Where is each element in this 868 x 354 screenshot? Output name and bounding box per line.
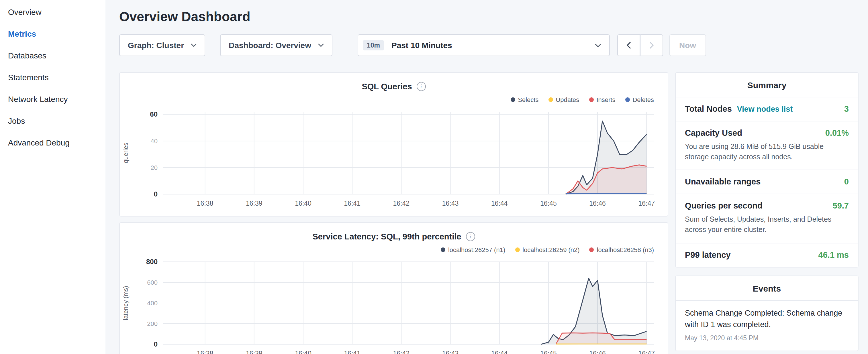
now-button[interactable]: Now [670, 34, 706, 56]
sidebar-item-overview[interactable]: Overview [0, 1, 105, 23]
summary-value: 0 [844, 177, 849, 187]
info-icon[interactable] [466, 232, 475, 241]
svg-text:0: 0 [154, 190, 158, 198]
svg-text:16:38: 16:38 [197, 350, 214, 354]
summary-description: Sum of Selects, Updates, Inserts, and De… [685, 215, 849, 235]
legend-item-localhost-26258-n3: localhost:26258 (n3) [589, 246, 654, 253]
summary-panel: Summary Total NodesView nodes list3Capac… [675, 72, 859, 267]
svg-text:queries: queries [122, 142, 129, 163]
graph-dropdown[interactable]: Graph: Cluster [119, 34, 205, 56]
dashboard-dropdown-label: Dashboard: Overview [229, 41, 311, 50]
side-column: Summary Total NodesView nodes list3Capac… [675, 72, 859, 351]
summary-row-unavailable-ranges: Unavailable ranges0 [676, 170, 858, 194]
events-title: Events [676, 276, 858, 300]
chart-title-row: Service Latency: SQL, 99th percentile [120, 230, 668, 244]
svg-text:200: 200 [147, 320, 158, 327]
time-range-badge: 10m [363, 40, 384, 51]
legend-item-inserts: Inserts [589, 96, 615, 103]
legend-dot-icon [589, 248, 594, 252]
app-root: OverviewMetricsDatabasesStatementsNetwor… [0, 0, 868, 354]
time-range-label: Past 10 Minutes [392, 41, 452, 50]
svg-text:16:45: 16:45 [540, 350, 557, 354]
svg-text:16:46: 16:46 [589, 350, 606, 354]
svg-text:16:47: 16:47 [639, 350, 655, 354]
charts-column: SQL Queries SelectsUpdatesInsertsDeletes… [119, 72, 668, 354]
sql-queries-chart-card: SQL Queries SelectsUpdatesInsertsDeletes… [119, 72, 668, 217]
legend-item-updates: Updates [548, 96, 579, 103]
events-panel: Events Schema Change Completed: Schema c… [675, 275, 859, 351]
svg-text:800: 800 [146, 258, 158, 265]
summary-row-total-nodes: Total NodesView nodes list3 [676, 97, 858, 122]
sidebar-item-jobs[interactable]: Jobs [0, 110, 105, 132]
view-nodes-list-link[interactable]: View nodes list [737, 105, 793, 114]
chart-legend: localhost:26257 (n1)localhost:26259 (n2)… [120, 244, 668, 256]
sql-queries-chart: 020406016:3816:3916:4016:4116:4216:4316:… [120, 106, 668, 213]
svg-text:40: 40 [151, 137, 158, 144]
chevron-left-icon [626, 42, 631, 49]
legend-item-localhost-26259-n2: localhost:26259 (n2) [515, 246, 580, 253]
graph-dropdown-label: Graph: Cluster [128, 41, 184, 50]
summary-value: 46.1 ms [818, 250, 849, 259]
service-latency-chart-card: Service Latency: SQL, 99th percentile lo… [119, 222, 668, 354]
sidebar-item-metrics[interactable]: Metrics [0, 23, 105, 45]
sidebar-item-databases[interactable]: Databases [0, 45, 105, 66]
chart-title: Service Latency: SQL, 99th percentile [313, 232, 461, 241]
svg-text:16:41: 16:41 [344, 200, 361, 207]
info-icon[interactable] [417, 82, 426, 91]
chart-legend: SelectsUpdatesInsertsDeletes [120, 93, 668, 106]
svg-text:16:42: 16:42 [393, 200, 410, 207]
event-item: Schema Change Completed: Schema change w… [676, 300, 858, 351]
time-forward-button[interactable] [640, 34, 663, 56]
legend-item-localhost-26257-n1: localhost:26257 (n1) [441, 246, 505, 253]
main-content: Overview Dashboard Graph: Cluster Dashbo… [105, 0, 868, 354]
summary-value: 3 [844, 104, 849, 114]
svg-text:400: 400 [147, 299, 158, 307]
svg-text:16:39: 16:39 [246, 200, 262, 207]
sidebar-nav: OverviewMetricsDatabasesStatementsNetwor… [0, 1, 105, 154]
svg-text:16:40: 16:40 [295, 350, 311, 354]
time-range-picker[interactable]: 10m Past 10 Minutes [358, 34, 610, 56]
svg-text:16:45: 16:45 [540, 200, 557, 207]
svg-text:16:46: 16:46 [589, 200, 606, 207]
chevron-down-icon [191, 43, 196, 47]
svg-text:20: 20 [151, 164, 158, 171]
legend-dot-icon [510, 97, 515, 102]
svg-text:600: 600 [147, 279, 158, 286]
sidebar-item-statements[interactable]: Statements [0, 66, 105, 88]
legend-item-deletes: Deletes [625, 96, 654, 103]
summary-label: P99 latency [685, 250, 731, 259]
svg-text:16:39: 16:39 [246, 350, 262, 354]
svg-text:16:38: 16:38 [197, 200, 214, 207]
chart-title: SQL Queries [362, 82, 412, 91]
svg-text:60: 60 [150, 110, 158, 118]
svg-text:16:40: 16:40 [295, 200, 311, 207]
svg-text:16:43: 16:43 [442, 200, 459, 207]
svg-text:16:42: 16:42 [393, 350, 410, 354]
page-title: Overview Dashboard [119, 9, 860, 25]
summary-label: Capacity Used [685, 128, 742, 137]
service-latency-chart: 020040060080016:3816:3916:4016:4116:4216… [120, 256, 668, 354]
time-step-buttons [617, 34, 663, 56]
chart-title-row: SQL Queries [120, 79, 668, 93]
summary-row-queries-per-second: Queries per second59.7Sum of Selects, Up… [676, 194, 858, 244]
svg-text:16:41: 16:41 [344, 350, 361, 354]
svg-text:0: 0 [154, 340, 158, 348]
time-back-button[interactable] [617, 34, 640, 56]
summary-label: Total Nodes [685, 104, 732, 114]
dashboard-body: SQL Queries SelectsUpdatesInsertsDeletes… [119, 72, 860, 354]
controls-row: Graph: Cluster Dashboard: Overview 10m P… [119, 34, 860, 56]
sidebar-item-advanced-debug[interactable]: Advanced Debug [0, 132, 105, 154]
sidebar: OverviewMetricsDatabasesStatementsNetwor… [0, 0, 105, 354]
svg-text:16:47: 16:47 [639, 200, 655, 207]
svg-text:16:43: 16:43 [442, 350, 459, 354]
summary-value: 0.01% [825, 128, 849, 137]
event-date: May 13, 2020 at 4:45 PM [685, 334, 849, 342]
dashboard-dropdown[interactable]: Dashboard: Overview [220, 34, 333, 56]
sidebar-item-network-latency[interactable]: Network Latency [0, 88, 105, 110]
summary-rows: Total NodesView nodes list3Capacity Used… [676, 97, 858, 267]
legend-dot-icon [589, 97, 593, 102]
chevron-right-icon [649, 42, 654, 49]
legend-dot-icon [548, 97, 553, 102]
summary-label: Queries per second [685, 201, 763, 211]
summary-description: You are using 28.6 MiB of 515.9 GiB usab… [685, 141, 849, 162]
